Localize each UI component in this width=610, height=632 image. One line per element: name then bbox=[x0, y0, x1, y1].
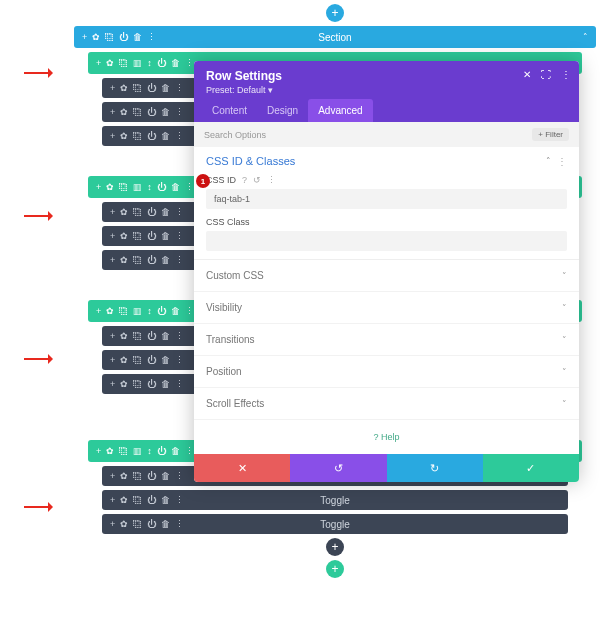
duplicate-icon[interactable]: ⿻ bbox=[133, 519, 142, 529]
columns-icon[interactable]: ▥ bbox=[133, 446, 142, 456]
duplicate-icon[interactable]: ⿻ bbox=[133, 379, 142, 389]
plus-icon[interactable]: + bbox=[110, 231, 115, 241]
search-options[interactable]: Search Options + Filter bbox=[194, 122, 579, 147]
power-icon[interactable]: ⏻ bbox=[147, 83, 156, 93]
power-icon[interactable]: ⏻ bbox=[147, 207, 156, 217]
more-icon[interactable]: ⋮ bbox=[175, 519, 184, 529]
trash-icon[interactable]: 🗑 bbox=[161, 107, 170, 117]
gear-icon[interactable]: ✿ bbox=[120, 131, 128, 141]
gear-icon[interactable]: ✿ bbox=[120, 331, 128, 341]
trash-icon[interactable]: 🗑 bbox=[161, 131, 170, 141]
trash-icon[interactable]: 🗑 bbox=[133, 32, 142, 42]
gear-icon[interactable]: ✿ bbox=[92, 32, 100, 42]
power-icon[interactable]: ⏻ bbox=[147, 495, 156, 505]
add-section-button[interactable]: + bbox=[326, 4, 344, 22]
trash-icon[interactable]: 🗑 bbox=[161, 255, 170, 265]
gear-icon[interactable]: ✿ bbox=[106, 58, 114, 68]
redo-button[interactable]: ↻ bbox=[387, 454, 483, 482]
power-icon[interactable]: ⏻ bbox=[147, 471, 156, 481]
undo-icon[interactable]: ↺ bbox=[253, 175, 261, 185]
trash-icon[interactable]: 🗑 bbox=[161, 355, 170, 365]
more-icon[interactable]: ⋮ bbox=[185, 306, 194, 316]
acc-scroll-effects[interactable]: Scroll Effects˅ bbox=[194, 388, 579, 420]
plus-icon[interactable]: + bbox=[110, 131, 115, 141]
chevron-up-icon[interactable]: ˄ bbox=[546, 156, 551, 166]
trash-icon[interactable]: 🗑 bbox=[161, 379, 170, 389]
more-icon[interactable]: ⋮ bbox=[175, 331, 184, 341]
duplicate-icon[interactable]: ⿻ bbox=[133, 83, 142, 93]
power-icon[interactable]: ⏻ bbox=[119, 32, 128, 42]
duplicate-icon[interactable]: ⿻ bbox=[133, 355, 142, 365]
plus-icon[interactable]: + bbox=[96, 58, 101, 68]
plus-icon[interactable]: + bbox=[110, 495, 115, 505]
acc-visibility[interactable]: Visibility˅ bbox=[194, 292, 579, 324]
more-icon[interactable]: ⋮ bbox=[175, 231, 184, 241]
more-icon[interactable]: ⋮ bbox=[557, 156, 567, 167]
power-icon[interactable]: ⏻ bbox=[147, 107, 156, 117]
power-icon[interactable]: ⏻ bbox=[147, 131, 156, 141]
duplicate-icon[interactable]: ⿻ bbox=[119, 446, 128, 456]
acc-custom-css[interactable]: Custom CSS˅ bbox=[194, 260, 579, 292]
gear-icon[interactable]: ✿ bbox=[120, 231, 128, 241]
power-icon[interactable]: ⏻ bbox=[157, 182, 166, 192]
trash-icon[interactable]: 🗑 bbox=[171, 182, 180, 192]
plus-icon[interactable]: + bbox=[110, 83, 115, 93]
duplicate-icon[interactable]: ⿻ bbox=[133, 231, 142, 241]
plus-icon[interactable]: + bbox=[110, 255, 115, 265]
trash-icon[interactable]: 🗑 bbox=[161, 495, 170, 505]
gear-icon[interactable]: ✿ bbox=[106, 446, 114, 456]
css-class-input[interactable] bbox=[206, 231, 567, 251]
duplicate-icon[interactable]: ⿻ bbox=[133, 207, 142, 217]
duplicate-icon[interactable]: ⿻ bbox=[133, 255, 142, 265]
tab-advanced[interactable]: Advanced bbox=[308, 99, 372, 122]
trash-icon[interactable]: 🗑 bbox=[171, 446, 180, 456]
gear-icon[interactable]: ✿ bbox=[120, 83, 128, 93]
more-icon[interactable]: ⋮ bbox=[185, 446, 194, 456]
acc-position[interactable]: Position˅ bbox=[194, 356, 579, 388]
help-icon[interactable]: ? bbox=[242, 175, 247, 185]
add-module-button[interactable]: + bbox=[326, 538, 344, 556]
gear-icon[interactable]: ✿ bbox=[120, 107, 128, 117]
trash-icon[interactable]: 🗑 bbox=[171, 306, 180, 316]
move-icon[interactable]: ↕ bbox=[147, 306, 152, 316]
more-icon[interactable]: ⋮ bbox=[175, 379, 184, 389]
tab-content[interactable]: Content bbox=[202, 99, 257, 122]
group-css-id-classes[interactable]: CSS ID & Classes ˄ ⋮ bbox=[206, 155, 567, 167]
trash-icon[interactable]: 🗑 bbox=[161, 331, 170, 341]
plus-icon[interactable]: + bbox=[110, 107, 115, 117]
filter-button[interactable]: + Filter bbox=[532, 128, 569, 141]
power-icon[interactable]: ⏻ bbox=[157, 306, 166, 316]
more-icon[interactable]: ⋮ bbox=[175, 83, 184, 93]
more-icon[interactable]: ⋮ bbox=[175, 207, 184, 217]
power-icon[interactable]: ⏻ bbox=[157, 58, 166, 68]
power-icon[interactable]: ⏻ bbox=[147, 331, 156, 341]
gear-icon[interactable]: ✿ bbox=[120, 379, 128, 389]
power-icon[interactable]: ⏻ bbox=[147, 355, 156, 365]
tab-design[interactable]: Design bbox=[257, 99, 308, 122]
section-header[interactable]: + ✿ ⿻ ⏻ 🗑 ⋮ Section ˄ bbox=[74, 26, 596, 48]
columns-icon[interactable]: ▥ bbox=[133, 306, 142, 316]
save-button[interactable]: ✓ bbox=[483, 454, 579, 482]
more-icon[interactable]: ⋮ bbox=[175, 107, 184, 117]
gear-icon[interactable]: ✿ bbox=[120, 471, 128, 481]
plus-icon[interactable]: + bbox=[110, 331, 115, 341]
trash-icon[interactable]: 🗑 bbox=[161, 519, 170, 529]
trash-icon[interactable]: 🗑 bbox=[171, 58, 180, 68]
acc-transitions[interactable]: Transitions˅ bbox=[194, 324, 579, 356]
gear-icon[interactable]: ✿ bbox=[120, 519, 128, 529]
plus-icon[interactable]: + bbox=[110, 379, 115, 389]
duplicate-icon[interactable]: ⿻ bbox=[105, 32, 114, 42]
gear-icon[interactable]: ✿ bbox=[120, 255, 128, 265]
plus-icon[interactable]: + bbox=[82, 32, 87, 42]
plus-icon[interactable]: + bbox=[110, 207, 115, 217]
columns-icon[interactable]: ▥ bbox=[133, 58, 142, 68]
duplicate-icon[interactable]: ⿻ bbox=[133, 471, 142, 481]
plus-icon[interactable]: + bbox=[110, 355, 115, 365]
trash-icon[interactable]: 🗑 bbox=[161, 207, 170, 217]
more-icon[interactable]: ⋮ bbox=[267, 175, 276, 185]
duplicate-icon[interactable]: ⿻ bbox=[119, 306, 128, 316]
plus-icon[interactable]: + bbox=[96, 446, 101, 456]
expand-icon[interactable]: ⛶ bbox=[541, 69, 551, 80]
power-icon[interactable]: ⏻ bbox=[147, 379, 156, 389]
css-id-input[interactable] bbox=[206, 189, 567, 209]
